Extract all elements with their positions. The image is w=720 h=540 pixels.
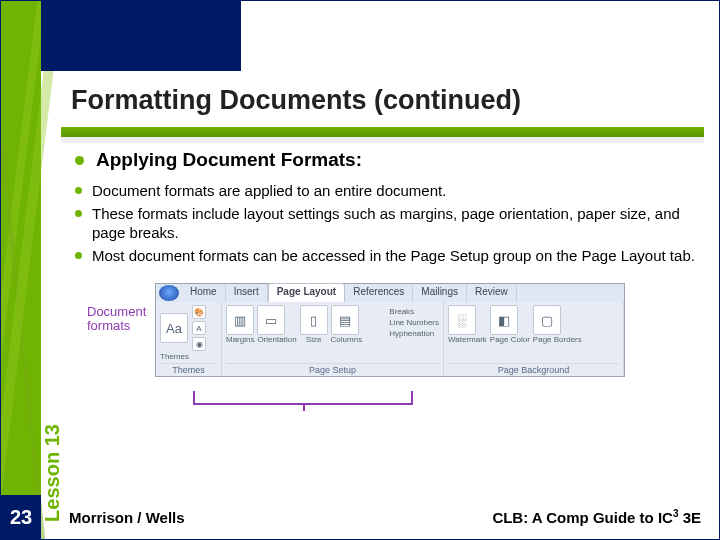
ribbon-group-page-background: ░ Watermark ◧ Page Color ▢ Page Borders	[444, 302, 624, 376]
lesson-label-vertical: Lesson 13	[41, 211, 61, 401]
page-borders-icon: ▢	[533, 305, 561, 335]
sub-bullet-text: Document formats are applied to an entir…	[92, 181, 446, 201]
decorative-navy-block	[41, 1, 241, 71]
heading-bullet: Applying Document Formats:	[75, 149, 699, 171]
callout-label: Document formats	[87, 305, 147, 334]
theme-fonts-icon: A	[192, 321, 206, 335]
sub-bullet-2: These formats include layout settings su…	[75, 204, 699, 243]
line-numbers-label: Line Numbers	[389, 318, 439, 327]
columns-label: Columns	[331, 335, 363, 344]
ribbon-tabs: Home Insert Page Layout References Maili…	[156, 284, 624, 302]
theme-effects-icon: ◉	[192, 337, 206, 351]
footer-right-text: CLB: A Comp Guide to IC3 3E	[492, 508, 701, 526]
watermark-icon: ░	[448, 305, 476, 335]
footer: 23 Morrison / Wells CLB: A Comp Guide to…	[1, 495, 719, 539]
themes-button-label: Themes	[160, 352, 217, 361]
page-color-icon: ◧	[490, 305, 518, 335]
group-label-page-background: Page Background	[448, 363, 619, 375]
columns-icon: ▤	[331, 305, 359, 335]
group-label-themes: Themes	[160, 363, 217, 375]
size-icon: ▯	[300, 305, 328, 335]
ribbon-tab-review: Review	[467, 284, 517, 302]
ribbon-group-themes: Aa 🎨 A ◉ Themes Themes	[156, 302, 222, 376]
hyphenation-label: Hyphenation	[389, 329, 439, 338]
office-button-icon	[159, 285, 179, 301]
orientation-label: Orientation	[257, 335, 296, 344]
themes-icon: Aa	[160, 313, 188, 343]
sub-bullet-1: Document formats are applied to an entir…	[75, 181, 699, 201]
sub-bullet-3: Most document formats can be accessed in…	[75, 246, 699, 266]
ribbon-group-page-setup: ▥ Margins ▭ Orientation ▯ Size	[222, 302, 444, 376]
page-number: 23	[1, 495, 41, 539]
title-underline	[61, 127, 704, 137]
ribbon-tab-insert: Insert	[226, 284, 268, 302]
theme-colors-icon: 🎨	[192, 305, 206, 319]
callout-bracket	[193, 391, 413, 405]
page-borders-label: Page Borders	[533, 335, 582, 344]
size-label: Size	[300, 335, 328, 344]
ribbon-tab-home: Home	[182, 284, 226, 302]
orientation-icon: ▭	[257, 305, 285, 335]
ribbon-tab-page-layout: Page Layout	[268, 283, 345, 302]
bullet-dot-icon	[75, 252, 82, 259]
sub-bullet-text: These formats include layout settings su…	[92, 204, 699, 243]
bullet-dot-icon	[75, 187, 82, 194]
ribbon-panel: Home Insert Page Layout References Maili…	[155, 283, 625, 377]
heading-text: Applying Document Formats:	[96, 149, 362, 171]
margins-label: Margins	[226, 335, 254, 344]
page-title: Formatting Documents (continued)	[71, 85, 699, 116]
footer-right-prefix: CLB: A Comp Guide to IC	[492, 509, 673, 526]
watermark-label: Watermark	[448, 335, 487, 344]
ribbon-illustration: Document formats Home Insert Page Layout…	[87, 283, 627, 413]
bullet-dot-icon	[75, 156, 84, 165]
ribbon-tab-mailings: Mailings	[413, 284, 467, 302]
margins-icon: ▥	[226, 305, 254, 335]
ribbon-tab-references: References	[345, 284, 413, 302]
breaks-label: Breaks	[389, 307, 439, 316]
decorative-stripe	[1, 1, 41, 540]
bullet-dot-icon	[75, 210, 82, 217]
group-label-page-setup: Page Setup	[226, 363, 439, 375]
sub-bullet-text: Most document formats can be accessed in…	[92, 246, 695, 266]
footer-left-text: Morrison / Wells	[69, 509, 185, 526]
footer-right-suffix: 3E	[678, 509, 701, 526]
page-color-label: Page Color	[490, 335, 530, 344]
